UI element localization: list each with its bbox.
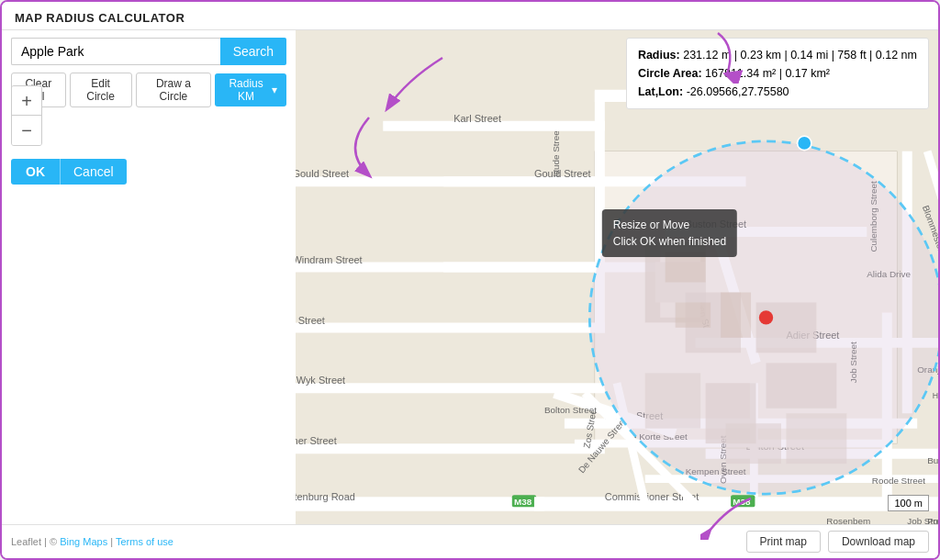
- bing-maps-link[interactable]: Bing Maps: [60, 536, 107, 547]
- svg-rect-80: [721, 292, 751, 337]
- svg-text:Potr...: Potr...: [927, 516, 938, 524]
- latlon-info: Lat,Lon: -26.09566,27.75580: [638, 83, 917, 101]
- toolbar-row: Clear All Edit Circle Draw a Circle Radi…: [2, 69, 296, 113]
- svg-text:Buston Street: Buston Street: [927, 455, 938, 465]
- svg-text:M38: M38: [514, 497, 532, 507]
- ok-button[interactable]: OK: [11, 159, 60, 185]
- svg-rect-79: [676, 302, 711, 327]
- svg-text:Roode Street: Roode Street: [872, 476, 925, 486]
- edit-circle-button[interactable]: Edit Circle: [70, 73, 132, 107]
- download-map-button[interactable]: Download map: [828, 531, 929, 553]
- area-info: Circle Area: 167811.34 m² | 0.17 km²: [638, 64, 917, 83]
- radius-km-dropdown[interactable]: Radius KM ▾: [215, 73, 286, 106]
- main-content: Search Clear All Edit Circle Draw a Circ…: [2, 30, 938, 524]
- terms-link[interactable]: Terms of use: [116, 536, 173, 547]
- search-button[interactable]: Search: [220, 38, 286, 65]
- app-title: MAP RADIUS CALCULATOR: [15, 11, 185, 25]
- svg-text:yers Street: yers Street: [296, 315, 325, 326]
- search-input[interactable]: [11, 38, 220, 65]
- footer-buttons: Print map Download map: [746, 531, 929, 553]
- center-dot: [759, 310, 773, 324]
- svg-text:Karl Street: Karl Street: [453, 113, 501, 124]
- svg-text:Halgryn Street: Halgryn Street: [933, 391, 938, 400]
- map-container[interactable]: Radius: 231.12 m | 0.23 km | 0.14 mi | 7…: [296, 30, 938, 524]
- zoom-in-button[interactable]: +: [12, 86, 41, 116]
- svg-text:Rosenbem: Rosenbem: [826, 516, 870, 524]
- print-map-button[interactable]: Print map: [746, 531, 821, 553]
- svg-text:Gould Street: Gould Street: [534, 168, 591, 179]
- draw-a-circle-button[interactable]: Draw a Circle: [136, 73, 212, 107]
- app-wrapper: MAP RADIUS CALCULATOR Search Clear All E…: [0, 0, 940, 560]
- zoom-out-button[interactable]: −: [12, 116, 41, 145]
- scale-bar: 100 m: [888, 495, 929, 511]
- search-row: Search: [2, 30, 296, 69]
- svg-text:Bolton Street: Bolton Street: [544, 405, 597, 415]
- map-tooltip: Resize or Move Click OK when finished: [602, 209, 737, 257]
- zoom-controls: + −: [11, 85, 42, 146]
- sidebar: Search Clear All Edit Circle Draw a Circ…: [2, 30, 296, 524]
- cancel-button[interactable]: Cancel: [60, 159, 127, 185]
- svg-text:Rustenburg Road: Rustenburg Road: [296, 491, 355, 502]
- radius-info: Radius: 231.12 m | 0.23 km | 0.14 mi | 7…: [638, 46, 917, 64]
- app-header: MAP RADIUS CALCULATOR: [2, 2, 938, 30]
- footer: Leaflet | © Bing Maps | Terms of use Pri…: [2, 524, 938, 558]
- svg-text:Windram Street: Windram Street: [296, 254, 363, 265]
- ok-cancel-group: OK Cancel: [11, 159, 127, 185]
- svg-text:Tanner Street: Tanner Street: [296, 435, 337, 446]
- handle-dot[interactable]: [798, 136, 811, 150]
- svg-text:Gould Street: Gould Street: [296, 168, 349, 179]
- attribution: Leaflet | © Bing Maps | Terms of use: [11, 536, 173, 547]
- svg-text:Van Wyk Street: Van Wyk Street: [296, 375, 345, 386]
- info-panel: Radius: 231.12 m | 0.23 km | 0.14 mi | 7…: [626, 38, 929, 109]
- svg-text:M38: M38: [733, 497, 751, 507]
